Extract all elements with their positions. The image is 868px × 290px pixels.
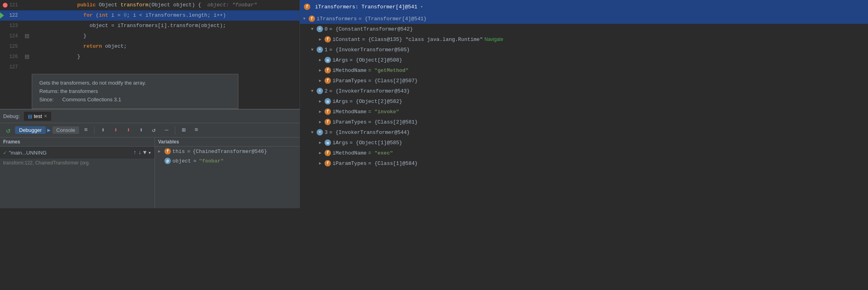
var-equals-object: = (193, 158, 197, 164)
expand-iParamTypes-1-icon[interactable]: ▶ (319, 78, 325, 83)
code-line-126: 126 − } (0, 52, 300, 62)
header-dropdown-icon[interactable]: ▾ (420, 4, 423, 9)
restart-icon[interactable]: ↺ (2, 125, 14, 136)
expand-1-icon[interactable]: ▼ (311, 48, 317, 52)
nav-down-icon[interactable]: ↓ (138, 149, 141, 156)
fold-icon-124[interactable]: − (25, 34, 29, 38)
expand-iTransformers-icon[interactable]: ▼ (303, 17, 309, 21)
frames-panel: Frames ✓ "main...UNNING ↑ ↓ ▼ ▾ transfor… (0, 137, 155, 208)
debug-panel: Debug: ▤ test ✕ ↺ Debugger ▶ Console ≡ ⬆… (0, 109, 300, 208)
watches-icon[interactable]: ⊞ (178, 125, 189, 136)
run-to-cursor-icon[interactable]: ⬆ (135, 125, 147, 136)
expand-2-icon[interactable]: ▼ (311, 89, 317, 93)
filter-icon[interactable]: ▼ (143, 149, 146, 156)
var-item-object[interactable]: p object = "foobar" (155, 156, 300, 166)
tree-item-iMethodName-2[interactable]: ▶ f iMethodName = "invoke" (300, 106, 868, 117)
expand-iMethodName-1-icon[interactable]: ▶ (319, 68, 325, 73)
fold-icon-126[interactable]: − (25, 55, 29, 59)
badge-iMethodName-2: f (325, 108, 331, 115)
right-panel: f iTransformers: Transformer[4]@541 ▾ ▼ … (300, 0, 868, 290)
tree-item-iArgs-1[interactable]: ▶ ▤ iArgs = {Object[2]@508} (300, 55, 868, 65)
javadoc-since-value: Commons Collections 3.1 (62, 97, 121, 102)
badge-3: ≡ (317, 129, 323, 135)
var-name-object: object (172, 158, 191, 164)
tree-item-2[interactable]: ▼ ≡ 2 = {InvokerTransformer@543} (300, 86, 868, 96)
tree-item-0[interactable]: ▼ ≡ 0 = {ConstantTransformer@542} (300, 24, 868, 34)
var-item-this[interactable]: ▶ f this = {ChainedTransformer@546} (155, 147, 300, 156)
expand-iMethodName-3-icon[interactable]: ▶ (319, 151, 325, 155)
frame-item-main[interactable]: ✓ "main...UNNING ↑ ↓ ▼ ▾ (0, 147, 155, 159)
debugger-button[interactable]: Debugger (15, 126, 46, 134)
tree-item-iArgs-3[interactable]: ▶ ▤ iArgs = {Object[1]@585} (300, 137, 868, 148)
tree-item-iConstant[interactable]: ▶ f iConstant = {Class@135} "class java.… (300, 34, 868, 44)
tab-close-icon[interactable]: ✕ (44, 114, 47, 119)
javadoc-since: Since: Commons Collections 3.1 (39, 96, 231, 104)
tree-item-iParamTypes-3[interactable]: ▶ f iParamTypes = {Class[1]@584} (300, 158, 868, 168)
step-out-icon[interactable]: ⬇ (122, 125, 134, 136)
line-number-124: 124 (0, 33, 22, 39)
nav-up-icon[interactable]: ↑ (133, 149, 136, 156)
tree-item-iParamTypes-1[interactable]: ▶ f iParamTypes = {Class[2]@507} (300, 75, 868, 86)
tree-item-iMethodName-1[interactable]: ▶ f iMethodName = "getMethod" (300, 65, 868, 75)
frame-info: transform:122, ChainedTransformer (org. (0, 159, 155, 167)
badge-iMethodName-1: f (325, 67, 331, 73)
expand-this-icon[interactable]: ▶ (158, 149, 163, 154)
var-equals-this: = (187, 149, 190, 155)
expand-0-icon[interactable]: ▼ (311, 27, 317, 31)
badge-2: ≡ (317, 88, 323, 94)
breakpoint-121[interactable] (3, 3, 8, 8)
badge-1: ≡ (317, 46, 323, 53)
expand-iMethodName-2-icon[interactable]: ▶ (319, 109, 325, 114)
debug-tab-name: test (34, 113, 42, 119)
tree-item-3[interactable]: ▼ ≡ 3 = {InvokerTransformer@544} (300, 127, 868, 137)
tree-item-1[interactable]: ▼ ≡ 1 = {InvokerTransformer@505} (300, 44, 868, 55)
debug-tabs-bar: Debug: ▤ test ✕ (0, 110, 300, 123)
badge-iMethodName-3: f (325, 150, 331, 156)
val-iArgs-2: = {Object[2]@582} (350, 99, 402, 104)
badge-iArgs-2: ▤ (325, 98, 331, 104)
expand-iParamTypes-3-icon[interactable]: ▶ (319, 161, 325, 166)
memory-view-icon[interactable]: — (160, 125, 172, 136)
expand-3-icon[interactable]: ▼ (311, 130, 317, 135)
variables-header: Variables (155, 137, 300, 147)
expand-iConstant-icon[interactable]: ▶ (319, 37, 325, 42)
key-iArgs-1: iArgs (333, 57, 348, 63)
key-iMethodName-1: iMethodName (333, 68, 367, 73)
evaluate-icon[interactable]: ↺ (148, 125, 160, 136)
expand-iArgs-3-icon[interactable]: ▶ (319, 140, 325, 145)
right-header: f iTransformers: Transformer[4]@541 ▾ (300, 0, 868, 14)
expand-iArgs-2-icon[interactable]: ▶ (319, 99, 325, 104)
execution-arrow (0, 12, 4, 19)
var-badge-object: p (164, 158, 171, 164)
more-icon[interactable]: ▾ (148, 149, 151, 156)
val-iMethodName-3: = "exec" (368, 150, 393, 156)
console-button[interactable]: Console (52, 126, 79, 134)
badge-iArgs-3: ▤ (325, 139, 331, 146)
frame-text: "main...UNNING (9, 150, 46, 156)
debug-tab-test[interactable]: ▤ test ✕ (24, 112, 51, 121)
toolbar-sep-1 (94, 126, 95, 134)
key-iArgs-2: iArgs (333, 99, 348, 104)
settings-icon[interactable]: ≡ (190, 125, 202, 136)
key-1: 1 (325, 47, 328, 53)
val-1: = {InvokerTransformer@505} (329, 47, 410, 53)
tree-item-iParamTypes-2[interactable]: ▶ f iParamTypes = {Class[2]@581} (300, 117, 868, 127)
expand-iArgs-1-icon[interactable]: ▶ (319, 58, 325, 62)
step-into-icon[interactable]: ⬇ (110, 125, 122, 136)
step-over-icon[interactable]: ⬆ (97, 125, 109, 136)
badge-iParamTypes-1: f (325, 77, 331, 84)
key-iParamTypes-1: iParamTypes (333, 78, 367, 84)
debug-content: Frames ✓ "main...UNNING ↑ ↓ ▼ ▾ transfor… (0, 137, 300, 208)
tree-item-iTransformers[interactable]: ▼ f iTransformers = {Transformer[4]@541} (300, 14, 868, 24)
key-2: 2 (325, 88, 328, 94)
code-lines: 121 public Object transform(Object objec… (0, 0, 300, 109)
line-number-127: 127 (0, 64, 22, 70)
val-2: = {InvokerTransformer@543} (329, 88, 410, 94)
expand-iParamTypes-2-icon[interactable]: ▶ (319, 120, 325, 124)
tree-item-iArgs-2[interactable]: ▶ ▤ iArgs = {Object[2]@582} (300, 96, 868, 106)
list-icon[interactable]: ≡ (80, 125, 92, 136)
gutter-126: − (22, 55, 32, 59)
navigate-link[interactable]: Navigate (484, 37, 503, 42)
right-header-text: iTransformers: Transformer[4]@541 (315, 4, 417, 10)
tree-item-iMethodName-3[interactable]: ▶ f iMethodName = "exec" (300, 148, 868, 158)
